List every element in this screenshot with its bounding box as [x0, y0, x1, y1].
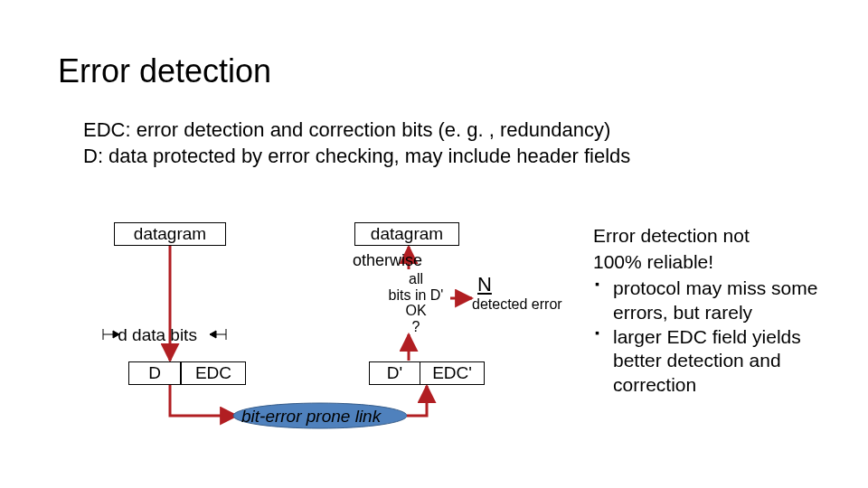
bullet-larger-edc: larger EDC field yields better detection…: [613, 325, 846, 399]
n-label: N: [477, 273, 492, 296]
datagram-left-box: datagram: [114, 222, 226, 246]
otherwise-label: otherwise: [353, 251, 422, 270]
page-title: Error detection: [58, 52, 271, 90]
note-line2: 100% reliable!: [593, 250, 846, 275]
bullet-miss-errors: protocol may miss some errors, but rarel…: [613, 277, 846, 325]
edc-prime-box: EDC': [420, 361, 485, 385]
d-data-bits-label: | d data bits: [108, 325, 197, 345]
definitions: EDC: error detection and correction bits…: [83, 117, 788, 169]
svg-marker-6: [210, 331, 216, 338]
edc-box: EDC: [181, 361, 246, 385]
diagram: datagram datagram otherwise all bits in …: [83, 217, 571, 470]
decision-text: all bits in D' OK ?: [380, 271, 452, 334]
d-prime-box: D': [369, 361, 420, 385]
detected-error-label: detected error: [472, 296, 562, 313]
datagram-right-box: datagram: [354, 222, 459, 246]
reliability-note: Error detection not 100% reliable! proto…: [593, 224, 846, 398]
def-edc: EDC: error detection and correction bits…: [83, 117, 788, 144]
def-d: D: data protected by error checking, may…: [83, 144, 788, 170]
d-bits-text: d data bits: [118, 325, 197, 344]
note-line1: Error detection not: [593, 224, 846, 249]
d-box: D: [128, 361, 181, 385]
link-label: bit-error prone link: [241, 407, 381, 427]
